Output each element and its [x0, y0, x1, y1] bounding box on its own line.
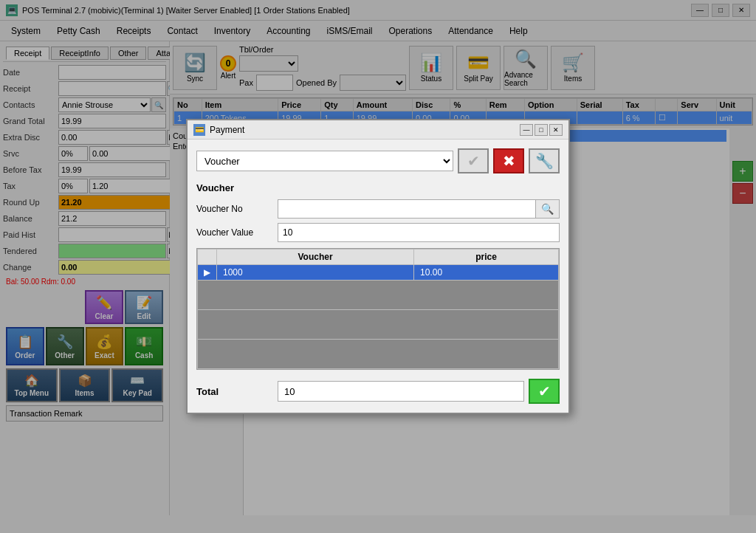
- dialog-close-btn[interactable]: ✕: [549, 124, 563, 136]
- total-row: Total ✔: [196, 379, 560, 404]
- dialog-title: Payment: [210, 125, 520, 135]
- dialog-toolbar: Voucher Cash Credit Card Cheque ✔ ✖ 🔧: [196, 148, 560, 173]
- dialog-titlebar: 💳 Payment — □ ✕: [188, 120, 568, 140]
- voucher-table-row[interactable]: ▶ 1000 10.00: [198, 265, 559, 281]
- dialog-restore-btn[interactable]: □: [535, 124, 548, 136]
- voucher-value-row: Voucher Value: [196, 223, 560, 242]
- cancel-icon: ✖: [503, 152, 515, 170]
- dialog-cancel-btn[interactable]: ✖: [493, 148, 524, 173]
- total-confirm-btn[interactable]: ✔: [529, 379, 560, 404]
- voucher-value-input[interactable]: [278, 223, 560, 242]
- voucher-no-row: Voucher No 🔍: [196, 199, 560, 219]
- voucher-section: Voucher Voucher No 🔍 Voucher Value: [196, 182, 560, 242]
- col-voucher: Voucher: [217, 250, 414, 265]
- voucher-search-icon: 🔍: [541, 203, 554, 215]
- dialog-body: Voucher Cash Credit Card Cheque ✔ ✖ 🔧 Vo: [188, 140, 568, 413]
- voucher-no-label: Voucher No: [196, 204, 278, 214]
- dialog-icon: 💳: [193, 124, 205, 136]
- payment-dialog: 💳 Payment — □ ✕ Voucher Cash Credit Card…: [186, 119, 570, 414]
- voucher-no-input[interactable]: [278, 199, 536, 219]
- dialog-overlay: 💳 Payment — □ ✕ Voucher Cash Credit Card…: [0, 0, 756, 533]
- voucher-search-btn[interactable]: 🔍: [536, 199, 560, 219]
- total-input[interactable]: [278, 381, 524, 402]
- settings-icon: 🔧: [535, 152, 554, 170]
- cell-price: 10.00: [414, 265, 559, 281]
- total-confirm-icon: ✔: [538, 382, 551, 400]
- voucher-section-title: Voucher: [196, 182, 560, 193]
- voucher-value-label: Voucher Value: [196, 227, 278, 238]
- col-arrow: [198, 250, 217, 265]
- total-label: Total: [196, 386, 278, 397]
- col-price: price: [414, 250, 559, 265]
- dialog-minimize-btn[interactable]: —: [520, 124, 533, 136]
- dialog-confirm-btn[interactable]: ✔: [458, 148, 489, 173]
- dialog-controls: — □ ✕: [520, 124, 563, 136]
- empty-row-2: [198, 310, 559, 340]
- confirm-icon: ✔: [467, 152, 480, 170]
- voucher-table: Voucher price ▶ 1000 10.00: [196, 248, 560, 370]
- dialog-settings-btn[interactable]: 🔧: [529, 148, 560, 173]
- payment-type-select[interactable]: Voucher Cash Credit Card Cheque: [196, 151, 453, 171]
- cell-voucher: 1000: [217, 265, 414, 281]
- empty-row-3: [198, 340, 559, 369]
- empty-row: [198, 281, 559, 310]
- row-arrow: ▶: [198, 265, 217, 281]
